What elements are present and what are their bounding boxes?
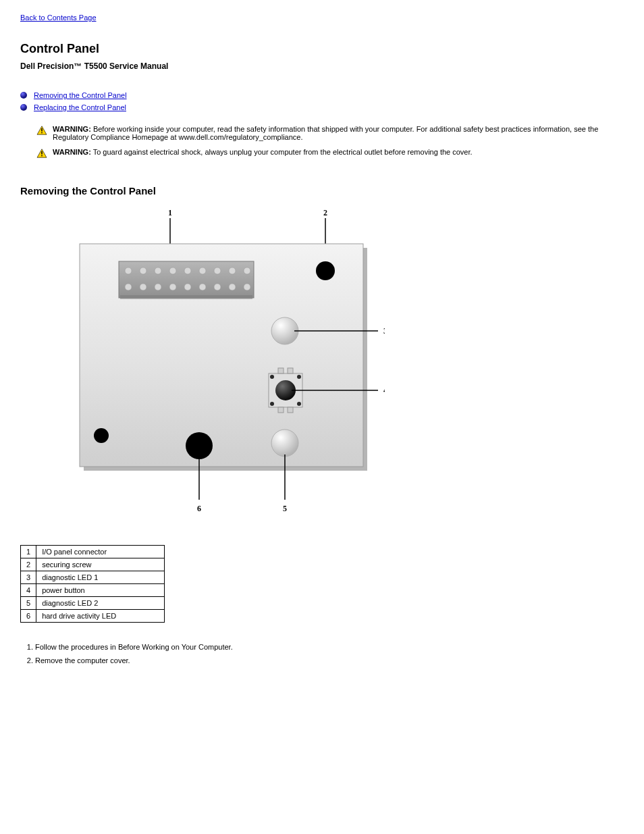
back-link[interactable]: Back to Contents Page bbox=[20, 14, 624, 22]
doc-subtitle: Dell Precision™ T5500 Service Manual bbox=[20, 61, 624, 71]
svg-point-30 bbox=[229, 284, 236, 290]
procedure: Follow the procedures in Before Working … bbox=[20, 643, 624, 664]
svg-point-14 bbox=[125, 267, 132, 274]
svg-point-27 bbox=[184, 284, 191, 290]
warning-box: WARNING: Before working inside your comp… bbox=[36, 125, 624, 141]
svg-rect-41 bbox=[278, 407, 284, 413]
warning-text: WARNING: Before working inside your comp… bbox=[53, 125, 624, 141]
table-row: 3diagnostic LED 1 bbox=[21, 571, 165, 584]
svg-point-31 bbox=[244, 284, 250, 290]
svg-point-24 bbox=[140, 284, 146, 290]
svg-point-28 bbox=[199, 284, 206, 290]
svg-rect-40 bbox=[288, 368, 293, 373]
svg-point-17 bbox=[169, 267, 176, 274]
warning-box: WARNING: To guard against electrical sho… bbox=[36, 148, 624, 158]
svg-point-26 bbox=[169, 284, 176, 290]
warning-icon bbox=[36, 149, 47, 158]
bullet-icon bbox=[20, 92, 27, 99]
svg-rect-1 bbox=[41, 128, 43, 132]
svg-rect-39 bbox=[278, 368, 284, 373]
svg-point-21 bbox=[229, 267, 236, 274]
warning-icon bbox=[36, 126, 47, 135]
svg-rect-4 bbox=[41, 151, 43, 155]
page-title: Control Panel bbox=[20, 42, 624, 56]
toc-item[interactable]: Replacing the Control Panel bbox=[20, 103, 624, 111]
step-item: Follow the procedures in Before Working … bbox=[35, 643, 624, 651]
svg-rect-2 bbox=[41, 132, 43, 134]
svg-rect-42 bbox=[288, 407, 293, 413]
svg-point-35 bbox=[270, 375, 274, 379]
table-row: 4power button bbox=[21, 584, 165, 597]
svg-point-20 bbox=[214, 267, 221, 274]
section-heading: Removing the Control Panel bbox=[20, 185, 624, 197]
table-row: 6hard drive activity LED bbox=[21, 610, 165, 623]
svg-text:2: 2 bbox=[323, 208, 327, 217]
control-panel-diagram: 1 2 bbox=[61, 206, 624, 525]
svg-point-32 bbox=[316, 261, 335, 280]
svg-rect-13 bbox=[120, 295, 252, 299]
svg-point-45 bbox=[186, 432, 213, 459]
svg-text:6: 6 bbox=[197, 504, 201, 513]
svg-rect-12 bbox=[119, 261, 254, 298]
legend-table: 1I/O panel connector 2securing screw 3di… bbox=[20, 545, 165, 623]
svg-point-29 bbox=[214, 284, 221, 290]
bullet-icon bbox=[20, 104, 27, 111]
svg-point-44 bbox=[271, 429, 298, 457]
toc-link[interactable]: Removing the Control Panel bbox=[34, 91, 127, 99]
svg-point-23 bbox=[125, 284, 132, 290]
table-row: 1I/O panel connector bbox=[21, 546, 165, 558]
svg-point-36 bbox=[297, 375, 301, 379]
table-row: 2securing screw bbox=[21, 558, 165, 571]
svg-text:5: 5 bbox=[283, 504, 287, 513]
svg-rect-5 bbox=[41, 155, 43, 157]
toc-list: Removing the Control Panel Replacing the… bbox=[20, 91, 624, 111]
table-row: 5diagnostic LED 2 bbox=[21, 597, 165, 610]
svg-point-18 bbox=[184, 267, 191, 274]
svg-point-16 bbox=[155, 267, 161, 274]
svg-point-19 bbox=[199, 267, 206, 274]
svg-point-22 bbox=[244, 267, 250, 274]
svg-point-15 bbox=[140, 267, 146, 274]
svg-text:1: 1 bbox=[168, 208, 172, 217]
step-item: Remove the computer cover. bbox=[35, 656, 624, 664]
svg-text:4: 4 bbox=[383, 386, 385, 395]
warning-text: WARNING: To guard against electrical sho… bbox=[53, 148, 473, 156]
svg-point-38 bbox=[297, 402, 301, 406]
svg-point-37 bbox=[270, 402, 274, 406]
svg-point-25 bbox=[155, 284, 161, 290]
svg-point-46 bbox=[94, 428, 109, 443]
svg-text:3: 3 bbox=[383, 326, 385, 336]
toc-item[interactable]: Removing the Control Panel bbox=[20, 91, 624, 99]
toc-link[interactable]: Replacing the Control Panel bbox=[34, 103, 126, 111]
